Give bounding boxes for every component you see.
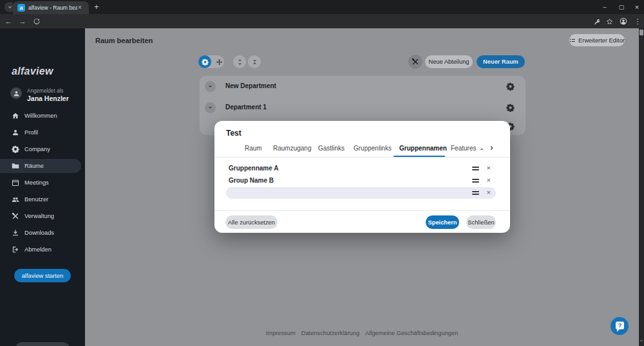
reload-button[interactable] [31,14,43,28]
sidebar-item-raeume[interactable]: Räume [0,159,81,173]
room-tools-button[interactable] [408,55,422,69]
page-scrollbar[interactable] [639,28,644,346]
sidebar-item-meetings[interactable]: Meetings [0,176,81,190]
help-button[interactable]: ? [611,317,629,335]
sidebar: alfaview Angemeldet als Jana Henzler Wil… [0,28,85,346]
window-minimize-button[interactable]: – [598,0,612,14]
forward-button[interactable]: → [17,14,28,28]
tab-features[interactable]: Features [451,145,476,152]
fold-icon [251,59,258,66]
footer-link-agb[interactable]: Allgemeine Geschäftsbedingungen [365,330,458,336]
footer-link-datenschutz[interactable]: Datenschutzerklärung [301,330,359,336]
chevron-down-icon [207,84,213,89]
department-row[interactable]: Department 1 [200,97,526,118]
expand-all-button[interactable] [233,55,246,68]
sidebar-item-benutzer[interactable]: Benutzer [0,192,81,206]
department-name: New Department [225,82,276,89]
sidebar-item-label: Company [24,146,50,152]
scrollbar-down-arrow[interactable] [639,338,644,343]
tab-partial[interactable] [480,149,483,150]
folder-icon [12,162,19,170]
tabs-divider [214,157,510,158]
sidebar-item-company[interactable]: Company [0,142,81,156]
browser-toolbar: ← → app.alfaview.com/#/room-structure/ro… [0,14,644,28]
group-name-input[interactable] [229,175,470,187]
passwords-icon[interactable] [591,14,603,28]
new-tab-button[interactable]: + [94,2,99,12]
close-button[interactable]: Schließen [466,215,496,229]
footer-divider [214,210,510,211]
department-settings-icon[interactable] [506,82,515,91]
footer-link-impressum[interactable]: Impressum [266,330,296,336]
chevron-down-icon [207,105,213,111]
chevron-down-icon [7,5,13,10]
tab-scroll-right-icon[interactable] [488,144,496,152]
signed-in-label: Angemeldet als [27,88,63,94]
window-maximize-button[interactable]: ▢ [614,0,629,14]
scrollbar-thumb[interactable] [639,30,643,35]
sidebar-item-label: Profil [24,129,38,136]
new-room-button[interactable]: Neuer Raum [477,55,525,68]
sidebar-item-label: Benutzer [24,196,48,203]
sidebar-item-label: Willkommen [24,113,57,119]
download-icon [12,229,19,237]
tab-close-icon[interactable]: × [78,5,82,11]
sidebar-item-label: Meetings [24,179,49,186]
tab-gruppenlinks[interactable]: Gruppenlinks [354,145,392,152]
dialog-title: Test [226,129,242,138]
tab-gastlinks[interactable]: Gastlinks [318,145,345,152]
home-icon [12,112,19,120]
tab-raumzugang[interactable]: Raumzugang [273,145,311,152]
browser-menu-icon[interactable]: ⋮ [632,14,643,28]
move-icon [216,59,223,66]
sidebar-item-abmelden[interactable]: Abmelden [0,242,81,257]
drag-handle-icon[interactable] [472,167,479,172]
drag-handle-icon[interactable] [472,191,479,196]
browser-tab-strip: a alfaview - Raum bearbeiten × + – ▢ × [0,0,644,14]
help-bubble-tail [617,329,620,332]
structure-settings-button[interactable] [198,55,211,68]
unfold-icon [236,59,243,66]
tab-raum[interactable]: Raum [245,145,262,152]
remove-row-icon[interactable]: × [487,188,491,197]
collapse-all-button[interactable] [248,55,261,68]
save-button[interactable]: Speichern [426,215,459,229]
sidebar-item-verwaltung[interactable]: Verwaltung [0,209,81,223]
advanced-editor-button[interactable]: Erweiterter Editor [569,34,625,46]
browser-profile-icon[interactable] [618,14,629,28]
group-name-row-active: × [226,187,496,199]
gear-icon [202,59,209,66]
group-name-row: × [226,163,496,174]
window-close-button[interactable]: × [630,0,644,14]
remove-row-icon[interactable]: × [487,176,491,185]
sidebar-item-willkommen[interactable]: Willkommen [0,109,81,123]
gear-icon [12,145,19,153]
help-bubble-icon: ? [616,322,624,329]
tab-gruppennamen[interactable]: Gruppennamen [399,145,447,152]
browser-tab[interactable]: a alfaview - Raum bearbeiten × [13,1,89,14]
room-edit-dialog: Test Raum Raumzugang Gastlinks Gruppenli… [214,121,510,233]
company-select-button[interactable]: Company wählen [15,342,70,346]
department-settings-icon[interactable] [506,104,515,112]
new-department-button[interactable]: Neue Abteilung [425,55,473,68]
remove-row-icon[interactable]: × [487,164,491,172]
group-name-input[interactable] [229,187,470,199]
drag-handle-icon[interactable] [472,179,479,184]
bookmark-star-icon[interactable] [603,14,615,28]
user-name: Jana Henzler [27,95,69,102]
avatar [10,87,22,99]
back-button[interactable]: ← [3,14,14,28]
move-button[interactable] [213,55,225,68]
group-name-input[interactable] [229,163,470,174]
people-icon [12,196,19,203]
alfaview-start-button[interactable]: alfaview starten [14,269,71,282]
expand-department-button[interactable] [205,81,216,92]
tab-title: alfaview - Raum bearbeiten [28,5,77,11]
tools-icon [12,212,19,220]
alfaview-favicon: a [17,4,25,12]
sidebar-item-profil[interactable]: Profil [0,125,81,140]
reset-all-button[interactable]: Alle zurücksetzen [225,215,278,229]
department-row[interactable]: New Department [200,76,526,97]
expand-department-button[interactable] [205,102,216,113]
sidebar-item-downloads[interactable]: Downloads [0,226,81,240]
